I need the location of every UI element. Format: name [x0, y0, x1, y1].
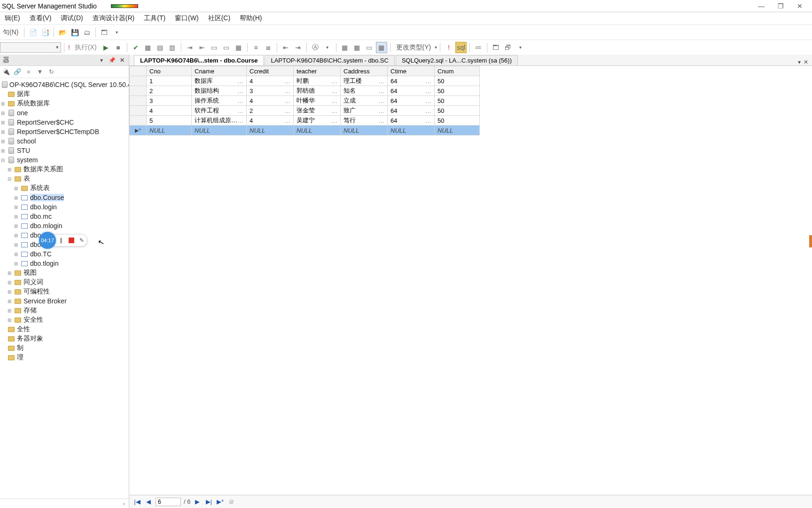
- row-header[interactable]: [130, 76, 147, 86]
- cell[interactable]: 张金莹…: [294, 106, 341, 116]
- cell[interactable]: 1: [147, 76, 192, 86]
- show-criteria-pane-icon[interactable]: ▤: [155, 42, 166, 53]
- cell[interactable]: 吴建宁…: [294, 116, 341, 126]
- cell[interactable]: 4…: [247, 96, 294, 106]
- decrease-indent-icon[interactable]: ⇥: [292, 42, 304, 53]
- cell[interactable]: 数据结构…: [192, 86, 247, 96]
- cell[interactable]: 操作系统…: [192, 96, 247, 106]
- service-broker-node[interactable]: Service Broker: [23, 297, 67, 305]
- tables-node[interactable]: 表: [23, 175, 30, 183]
- cell[interactable]: 50: [435, 86, 480, 96]
- toolbar-dropdown-icon[interactable]: ▾: [515, 42, 526, 53]
- nav-prev-icon[interactable]: ◀: [144, 498, 153, 506]
- system-databases-node[interactable]: 系统数据库: [17, 99, 50, 108]
- toolbar-dropdown-icon[interactable]: ▾: [111, 27, 122, 38]
- execute-sql-icon[interactable]: !: [443, 42, 454, 53]
- increase-indent-icon[interactable]: ⇤: [280, 42, 291, 53]
- indent-icon[interactable]: ⇥: [184, 42, 195, 53]
- close-button[interactable]: ✕: [797, 2, 803, 10]
- replication-node[interactable]: 制: [17, 344, 23, 352]
- storage-node[interactable]: 存储: [23, 306, 37, 315]
- change-type-button[interactable]: 更改类型(Y): [393, 43, 434, 52]
- nav-first-icon[interactable]: |◀: [133, 498, 141, 506]
- recorder-pencil-icon[interactable]: ✎: [77, 237, 87, 244]
- sql-icon[interactable]: sql: [455, 42, 467, 53]
- null-cell[interactable]: NULL: [341, 126, 388, 135]
- screen-recorder-widget[interactable]: 04:17 ∥ ✎: [41, 234, 87, 246]
- tab-dbo-sc[interactable]: LAPTOP-K96O74B6\CHC.system - dbo.SC: [265, 55, 394, 65]
- cell[interactable]: 50: [435, 116, 480, 126]
- menu-help[interactable]: 帮助(H): [235, 12, 266, 24]
- col-header-cno[interactable]: Cno: [147, 66, 192, 76]
- table-row[interactable]: 4软件工程…2…张金莹…致广…64…50: [130, 106, 480, 116]
- new-file-icon[interactable]: 📄: [27, 27, 39, 38]
- show-sql-pane-icon[interactable]: ▥: [167, 42, 178, 53]
- cell[interactable]: 5: [147, 116, 192, 126]
- col-header-ccredit[interactable]: Ccredit: [247, 66, 294, 76]
- nav-cancel-icon[interactable]: ⊘: [227, 498, 235, 506]
- cell[interactable]: 50: [435, 106, 480, 116]
- databases-node[interactable]: 据库: [17, 90, 30, 98]
- row-header[interactable]: [130, 86, 147, 96]
- connect-icon[interactable]: 🔌: [2, 68, 10, 76]
- new-query-label[interactable]: 句(N): [0, 28, 21, 37]
- disconnect-icon[interactable]: 🔗: [13, 68, 22, 76]
- db-node[interactable]: school: [17, 137, 36, 145]
- null-cell[interactable]: NULL: [435, 126, 480, 135]
- maximize-button[interactable]: ❐: [778, 2, 784, 10]
- sql-pane-icon[interactable]: ▭: [364, 42, 375, 53]
- table-row[interactable]: 3操作系统…4…叶幡华…立成…64…50: [130, 96, 480, 106]
- results-grid-icon[interactable]: ▦: [233, 42, 244, 53]
- cell[interactable]: 时鹏…: [294, 76, 341, 86]
- nav-last-icon[interactable]: ▶|: [204, 498, 213, 506]
- menu-view[interactable]: 查看(V): [25, 12, 56, 24]
- diagrams-node[interactable]: 数据库关系图: [23, 165, 63, 174]
- table-node[interactable]: dbo.login: [30, 203, 57, 211]
- execute-button[interactable]: 执行(X): [72, 43, 100, 52]
- tab-dbo-course[interactable]: LAPTOP-K96O74B6\...stem - dbo.Course: [134, 55, 264, 65]
- server-objects-node[interactable]: 务器对象: [17, 334, 43, 343]
- security-node[interactable]: 安全性: [23, 316, 43, 324]
- cell[interactable]: 64…: [388, 116, 435, 126]
- tab-close-icon[interactable]: ✕: [804, 59, 808, 65]
- stop-connection-icon[interactable]: ■: [24, 68, 33, 76]
- recorder-pause-icon[interactable]: ∥: [56, 237, 66, 244]
- db-node[interactable]: ReportServer$CHCTempDB: [17, 128, 99, 135]
- cell[interactable]: 64…: [388, 106, 435, 116]
- col-header-cnum[interactable]: Cnum: [435, 66, 480, 76]
- col-header-caddress[interactable]: Caddress: [341, 66, 388, 76]
- database-selector[interactable]: ▾: [0, 42, 61, 53]
- cell[interactable]: 立成…: [341, 96, 388, 106]
- verify-sql-icon[interactable]: ≔: [473, 42, 484, 53]
- programmability-node[interactable]: 可编程性: [23, 287, 50, 296]
- table-row[interactable]: 2数据结构…3…郭昉德…知名…64…50: [130, 86, 480, 96]
- cell[interactable]: 数据库…: [192, 76, 247, 86]
- row-header[interactable]: [130, 96, 147, 106]
- cell[interactable]: 3…: [247, 86, 294, 96]
- col-header-teacher[interactable]: teacher: [294, 66, 341, 76]
- cell[interactable]: 3: [147, 96, 192, 106]
- cell[interactable]: 64…: [388, 96, 435, 106]
- diagram-pane-icon[interactable]: ▦: [339, 42, 351, 53]
- results-file-icon[interactable]: ≣: [263, 42, 274, 53]
- results-pane-icon[interactable]: ▦: [376, 42, 387, 53]
- nav-next-icon[interactable]: ▶: [193, 498, 202, 506]
- object-explorer-tree[interactable]: OP-K96O74B6\CHC (SQL Server 10.50.4042 -…: [0, 78, 129, 499]
- table-node[interactable]: dbo.mlogin: [30, 222, 62, 230]
- db-node-system[interactable]: system: [17, 156, 38, 164]
- add-group-icon[interactable]: 🗔: [490, 42, 501, 53]
- row-header[interactable]: [130, 106, 147, 116]
- cell[interactable]: 50: [435, 96, 480, 106]
- col-header-cname[interactable]: Cname: [192, 66, 247, 76]
- null-cell[interactable]: NULL: [147, 126, 192, 135]
- synonyms-node[interactable]: 同义词: [23, 278, 43, 286]
- cell[interactable]: 50: [435, 76, 480, 86]
- cell[interactable]: 2: [147, 86, 192, 96]
- root-security-node[interactable]: 全性: [17, 325, 30, 333]
- comment-icon[interactable]: ▭: [209, 42, 220, 53]
- cell[interactable]: 64…: [388, 76, 435, 86]
- criteria-pane-icon[interactable]: ▦: [351, 42, 363, 53]
- table-node[interactable]: dbo.tlogin: [30, 260, 59, 267]
- panel-dropdown-icon[interactable]: ▾: [98, 56, 105, 64]
- cell[interactable]: 4…: [247, 76, 294, 86]
